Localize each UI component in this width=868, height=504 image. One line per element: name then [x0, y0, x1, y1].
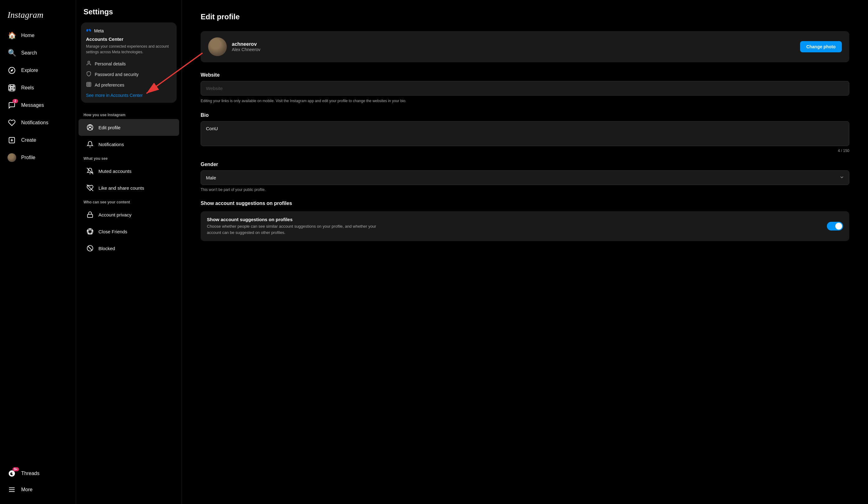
- notifications-icon: [8, 118, 16, 127]
- edit-profile-icon: [86, 123, 94, 132]
- accounts-center-title: Accounts Center: [86, 36, 172, 42]
- account-privacy-label: Account privacy: [99, 212, 132, 218]
- page-title: Edit profile: [201, 12, 849, 21]
- bio-counter: 4 / 150: [201, 149, 849, 153]
- notifications-label: Notifications: [99, 142, 124, 147]
- nav-item-more[interactable]: More: [4, 482, 72, 498]
- accounts-center-personal-details[interactable]: Personal details: [86, 59, 172, 69]
- nav-item-messages[interactable]: Messages 2: [4, 97, 72, 113]
- password-security-label: Password and security: [95, 72, 139, 77]
- svg-point-14: [88, 61, 90, 63]
- toggle-knob: [835, 223, 842, 230]
- gender-select[interactable]: Male Female Custom Prefer not to say: [201, 170, 849, 185]
- settings-item-muted-accounts[interactable]: Muted accounts: [79, 162, 179, 179]
- explore-icon: [8, 66, 16, 75]
- settings-item-account-privacy[interactable]: Account privacy: [79, 206, 179, 223]
- nav-label-reels: Reels: [21, 85, 34, 91]
- settings-item-edit-profile[interactable]: Edit profile: [79, 119, 179, 136]
- profile-info: achneerov Alex Chneerov: [208, 38, 260, 56]
- gender-label: Gender: [201, 162, 849, 167]
- svg-line-28: [88, 246, 92, 250]
- profile-fullname: Alex Chneerov: [232, 47, 260, 52]
- muted-accounts-label: Muted accounts: [99, 169, 132, 174]
- profile-photo-row: achneerov Alex Chneerov Change photo: [201, 31, 849, 62]
- change-photo-button[interactable]: Change photo: [800, 41, 842, 52]
- profile-avatar-nav: [8, 153, 16, 162]
- svg-line-22: [87, 168, 93, 174]
- gender-note: This won't be part of your public profil…: [201, 188, 849, 192]
- website-hint: Editing your links is only available on …: [201, 98, 849, 104]
- home-icon: 🏠: [8, 31, 16, 40]
- mute-icon: [86, 167, 94, 175]
- personal-details-label: Personal details: [95, 61, 126, 66]
- nav-item-search[interactable]: 🔍 Search: [4, 45, 72, 61]
- ad-preferences-label: Ad preferences: [95, 83, 124, 87]
- nav-item-profile[interactable]: Profile: [4, 149, 72, 166]
- block-icon: [86, 244, 94, 252]
- suggestions-toggle[interactable]: [827, 222, 843, 231]
- settings-item-close-friends[interactable]: Close Friends: [79, 223, 179, 240]
- like-share-counts-label: Like and share counts: [99, 185, 144, 191]
- settings-item-like-share[interactable]: Like and share counts: [79, 179, 179, 196]
- nav-label-profile: Profile: [21, 155, 35, 160]
- nav-item-reels[interactable]: Reels: [4, 80, 72, 96]
- create-icon: [8, 136, 16, 145]
- meta-logo: Meta: [86, 28, 172, 34]
- website-section: Website Editing your links is only avail…: [201, 72, 849, 104]
- chart-icon: [86, 82, 92, 88]
- accounts-center-password[interactable]: Password and security: [86, 69, 172, 80]
- website-input[interactable]: [201, 81, 849, 96]
- gender-select-wrapper: Male Female Custom Prefer not to say: [201, 170, 849, 185]
- website-label: Website: [201, 72, 849, 78]
- bio-textarea[interactable]: ConU: [201, 121, 849, 146]
- settings-title: Settings: [76, 8, 182, 22]
- bio-section: Bio ConU 4 / 150: [201, 113, 849, 153]
- nav-label-messages: Messages: [21, 103, 44, 108]
- search-icon: 🔍: [8, 49, 16, 57]
- svg-point-20: [89, 125, 91, 127]
- svg-rect-2: [9, 85, 15, 91]
- profile-username: achneerov: [232, 41, 260, 47]
- suggestions-row: Show account suggestions on profiles Cho…: [201, 211, 849, 241]
- suggestions-section: Show account suggestions on profiles Sho…: [201, 201, 849, 241]
- settings-panel: Settings Meta Accounts Center Manage you…: [76, 0, 182, 504]
- meta-label: Meta: [94, 28, 104, 33]
- bio-label: Bio: [201, 113, 849, 118]
- svg-rect-24: [87, 214, 93, 218]
- nav-item-create[interactable]: Create: [4, 132, 72, 148]
- what-you-see-label: What you see: [76, 153, 182, 162]
- suggestions-text: Show account suggestions on profiles Cho…: [207, 217, 388, 235]
- heart-slash-icon: [86, 184, 94, 192]
- settings-item-blocked[interactable]: Blocked: [79, 240, 179, 257]
- accounts-center-card: Meta Accounts Center Manage your connect…: [81, 22, 177, 103]
- messages-badge: 2: [12, 99, 18, 103]
- nav-label-explore: Explore: [21, 67, 38, 73]
- how-you-use-label: How you use Instagram: [76, 109, 182, 119]
- nav-item-notifications[interactable]: Notifications: [4, 115, 72, 131]
- suggestions-title: Show account suggestions on profiles: [201, 201, 849, 206]
- left-navigation: Instagram 🏠 Home 🔍 Search Explore: [0, 0, 76, 504]
- person-icon: [86, 61, 92, 67]
- nav-item-home[interactable]: 🏠 Home: [4, 28, 72, 44]
- app-logo: Instagram: [4, 6, 72, 26]
- accounts-center-ad-prefs[interactable]: Ad preferences: [86, 80, 172, 90]
- nav-label-create: Create: [21, 137, 36, 143]
- nav-item-explore[interactable]: Explore: [4, 62, 72, 78]
- nav-label-more: More: [21, 487, 32, 493]
- meta-icon: [86, 28, 92, 34]
- who-can-see-label: Who can see your content: [76, 196, 182, 206]
- nav-label-notifications: Notifications: [21, 120, 48, 126]
- nav-label-search: Search: [21, 50, 37, 56]
- edit-profile-label: Edit profile: [99, 125, 121, 130]
- close-friends-icon: [86, 228, 94, 235]
- nav-item-threads[interactable]: Threads 9+: [4, 465, 72, 482]
- close-friends-label: Close Friends: [99, 229, 127, 234]
- suggestions-row-desc: Choose whether people can see similar ac…: [207, 223, 388, 235]
- nav-label-home: Home: [21, 33, 34, 38]
- profile-names: achneerov Alex Chneerov: [232, 41, 260, 52]
- see-more-accounts-center[interactable]: See more in Accounts Center: [86, 93, 172, 98]
- settings-item-notifications[interactable]: Notifications: [79, 136, 179, 153]
- gender-section: Gender Male Female Custom Prefer not to …: [201, 162, 849, 192]
- suggestions-row-title: Show account suggestions on profiles: [207, 217, 388, 222]
- bell-icon: [86, 140, 94, 148]
